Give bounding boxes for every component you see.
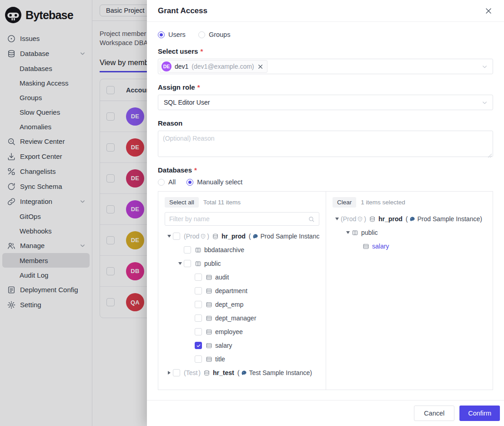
caret-right-icon[interactable]	[166, 369, 173, 376]
checkbox-unchecked[interactable]	[184, 246, 191, 254]
assign-role-label: Assign role*	[158, 83, 493, 91]
required-asterisk: *	[200, 47, 203, 55]
selected-tree: (Prod)hr_prod(Prod Sample Instance)publi…	[333, 212, 486, 253]
tree-node-public[interactable]: public	[165, 257, 319, 270]
table-icon	[206, 301, 212, 308]
radio-label: Manually select	[197, 178, 242, 186]
table-icon	[206, 329, 212, 335]
caret-down-icon[interactable]	[344, 229, 352, 236]
caret-down-icon[interactable]	[333, 215, 341, 223]
caret-spacer	[187, 274, 195, 281]
checkbox-unchecked[interactable]	[195, 301, 202, 308]
database-icon	[203, 370, 210, 376]
node-name: public	[361, 229, 378, 236]
caret-spacer	[355, 243, 363, 250]
checkbox-unchecked[interactable]	[173, 233, 180, 240]
caret-down-icon[interactable]	[176, 260, 184, 267]
table-icon	[206, 342, 212, 349]
schema-icon	[352, 229, 358, 236]
selected-count-label: 1 items selected	[361, 199, 405, 206]
shield-icon	[200, 233, 206, 239]
tree-node-department[interactable]: department	[165, 284, 319, 298]
checkbox-unchecked[interactable]	[195, 328, 202, 335]
principal-type-radio-group: UsersGroups	[158, 31, 493, 38]
database-picker-selected: Clear 1 items selected (Prod)hr_prod(Pro…	[326, 192, 493, 390]
node-name: bbdataarchive	[204, 246, 244, 254]
tree-node-dept-emp[interactable]: dept_emp	[165, 298, 319, 311]
caret-down-icon[interactable]	[166, 233, 173, 240]
confirm-button[interactable]: Confirm	[459, 406, 500, 421]
checkbox-unchecked[interactable]	[195, 314, 202, 322]
postgres-icon	[409, 216, 416, 223]
database-picker-source: Select all Total 11 items (Prod)hr_prod(…	[158, 192, 326, 390]
tree-node-hr-test[interactable]: (Test)hr_test(Test Sample Instance)	[165, 366, 319, 380]
caret-spacer	[187, 342, 195, 349]
tree-node-salary[interactable]: salary	[165, 339, 319, 352]
resize-grip-icon[interactable]	[488, 152, 492, 156]
database-picker: Select all Total 11 items (Prod)hr_prod(…	[158, 191, 493, 390]
radio-icon[interactable]	[158, 31, 165, 38]
database-tree: (Prod)hr_prod(Prod Sample Instancebbdata…	[165, 229, 319, 380]
reason-textarea[interactable]	[158, 131, 493, 157]
tree-node-bbdataarchive[interactable]: bbdataarchive	[165, 243, 319, 257]
checkbox-unchecked[interactable]	[184, 260, 191, 267]
radio-icon[interactable]	[198, 31, 205, 38]
tree-node-title[interactable]: title	[165, 352, 319, 366]
modal-footer: Cancel Confirm	[147, 400, 504, 426]
databases-scope-radio-group: AllManually select	[158, 178, 493, 186]
clear-button[interactable]: Clear	[333, 197, 356, 208]
select-users-input[interactable]: DE dev1 (dev1@example.com)	[158, 59, 493, 74]
environment-label: (Prod)	[184, 233, 209, 240]
tree-node-public[interactable]: public	[333, 226, 486, 239]
required-asterisk: *	[197, 83, 200, 91]
node-name: audit	[215, 274, 229, 281]
chip-remove-icon[interactable]	[257, 64, 263, 70]
databases-scope-radio-all[interactable]: All	[158, 178, 176, 186]
table-icon	[206, 274, 212, 281]
databases-scope-radio-manually-select[interactable]: Manually select	[186, 178, 242, 186]
total-items-label: Total 11 items	[203, 199, 241, 206]
screen: Bytebase IssuesDatabaseDatabasesMasking …	[0, 0, 504, 426]
radio-icon[interactable]	[158, 179, 165, 186]
caret-spacer	[176, 246, 184, 254]
principal-type-radio-groups[interactable]: Groups	[198, 31, 231, 38]
radio-icon[interactable]	[186, 179, 193, 186]
tree-node-salary[interactable]: salary	[333, 239, 486, 253]
close-icon[interactable]	[484, 6, 493, 15]
caret-spacer	[187, 314, 195, 322]
modal-body: UsersGroups Select users* DE dev1 (dev1@…	[147, 22, 504, 400]
environment-label: (Prod)	[341, 215, 366, 223]
database-icon	[212, 233, 219, 240]
cancel-button[interactable]: Cancel	[414, 406, 454, 421]
tree-node-hr-prod[interactable]: (Prod)hr_prod(Prod Sample Instance)	[333, 212, 486, 226]
modal-header: Grant Access	[147, 0, 504, 22]
instance-label: (Prod Sample Instance	[249, 233, 319, 240]
assign-role-select[interactable]: SQL Editor User	[158, 95, 493, 110]
caret-spacer	[187, 287, 195, 294]
radio-label: All	[168, 178, 176, 186]
checkbox-checked[interactable]	[195, 342, 202, 349]
node-name: public	[204, 260, 221, 267]
node-name: dept_emp	[215, 301, 243, 308]
checkbox-unchecked[interactable]	[195, 355, 202, 363]
tree-node-employee[interactable]: employee	[165, 325, 319, 339]
user-chip-name: dev1	[175, 63, 188, 70]
tree-node-dept-manager[interactable]: dept_manager	[165, 311, 319, 325]
node-name: salary	[372, 243, 389, 250]
tree-node-audit[interactable]: audit	[165, 270, 319, 284]
modal-title: Grant Access	[158, 6, 207, 15]
principal-type-radio-users[interactable]: Users	[158, 31, 186, 38]
user-chip-email: (dev1@example.com)	[192, 63, 254, 70]
filter-input[interactable]	[169, 215, 308, 223]
instance-label: (Test Sample Instance)	[237, 369, 312, 376]
checkbox-unchecked[interactable]	[195, 274, 202, 281]
select-all-button[interactable]: Select all	[165, 197, 199, 208]
tree-node-hr-prod[interactable]: (Prod)hr_prod(Prod Sample Instance	[165, 229, 319, 243]
checkbox-unchecked[interactable]	[173, 369, 180, 376]
checkbox-unchecked[interactable]	[195, 287, 202, 294]
search-icon	[308, 216, 315, 223]
chevron-down-icon	[481, 63, 488, 70]
node-name: salary	[215, 342, 232, 349]
node-name: dept_manager	[215, 314, 256, 322]
grant-access-modal: Grant Access UsersGroups Select users* D…	[147, 0, 504, 426]
